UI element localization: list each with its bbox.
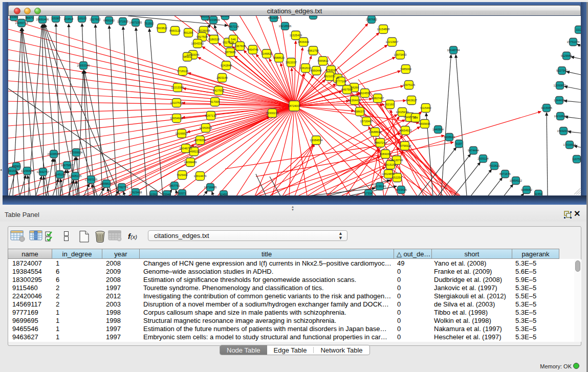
svg-text:15716485: 15716485 <box>204 186 217 189</box>
svg-text:1527602: 1527602 <box>90 18 101 21</box>
svg-text:904: 904 <box>413 116 418 119</box>
svg-text:9457791: 9457791 <box>169 184 180 187</box>
svg-text:417006: 417006 <box>210 100 220 103</box>
svg-text:20206536: 20206536 <box>48 152 60 156</box>
svg-text:16648784: 16648784 <box>447 49 460 52</box>
svg-text:12213389: 12213389 <box>171 86 184 89</box>
svg-text:12093872: 12093872 <box>554 84 567 87</box>
svg-text:16543382: 16543382 <box>191 42 204 45</box>
svg-text:116753: 116753 <box>572 158 581 161</box>
svg-text:9699695: 9699695 <box>419 122 430 125</box>
svg-text:16120746: 16120746 <box>390 159 403 162</box>
svg-text:105387: 105387 <box>51 17 61 20</box>
svg-text:14136141: 14136141 <box>374 185 386 188</box>
svg-text:1836409: 1836409 <box>298 40 309 43</box>
svg-text:7857224: 7857224 <box>228 25 239 28</box>
svg-text:1071915: 1071915 <box>117 20 128 23</box>
svg-text:5498222: 5498222 <box>188 150 200 153</box>
svg-text:10807487: 10807487 <box>372 97 384 100</box>
svg-text:2935114: 2935114 <box>477 157 488 160</box>
svg-text:10654112: 10654112 <box>510 179 522 182</box>
svg-text:16210643: 16210643 <box>554 115 567 118</box>
svg-text:20691406: 20691406 <box>36 18 49 21</box>
svg-text:16154808: 16154808 <box>377 28 390 31</box>
svg-text:2367608: 2367608 <box>234 45 246 48</box>
svg-text:12353594: 12353594 <box>200 126 212 129</box>
svg-text:5938923: 5938923 <box>444 136 455 139</box>
svg-text:19218506: 19218506 <box>279 25 292 28</box>
svg-text:6961758: 6961758 <box>308 49 319 52</box>
svg-text:92450: 92450 <box>220 193 228 195</box>
svg-text:1588520: 1588520 <box>273 56 285 59</box>
svg-text:1621072: 1621072 <box>324 75 335 78</box>
svg-text:2803144: 2803144 <box>216 76 228 79</box>
svg-text:14099489: 14099489 <box>184 161 197 164</box>
svg-text:33948: 33948 <box>163 193 171 195</box>
svg-text:6794028: 6794028 <box>325 69 337 72</box>
svg-text:6466160: 6466160 <box>103 19 115 22</box>
svg-text:12923468: 12923468 <box>129 191 142 194</box>
svg-text:9527508: 9527508 <box>223 41 234 44</box>
svg-text:19654923: 19654923 <box>399 129 412 132</box>
svg-text:62160: 62160 <box>386 103 394 106</box>
svg-text:9827508: 9827508 <box>197 35 208 38</box>
svg-text:751552: 751552 <box>144 22 154 25</box>
svg-text:12975115: 12975115 <box>403 83 415 86</box>
svg-text:7986372: 7986372 <box>354 110 365 113</box>
svg-text:252254: 252254 <box>393 176 402 179</box>
svg-text:7632621: 7632621 <box>489 164 500 167</box>
svg-text:9115460: 9115460 <box>420 106 431 110</box>
svg-text:30975867: 30975867 <box>61 164 74 167</box>
svg-text:98901: 98901 <box>183 55 191 58</box>
svg-text:8878352: 8878352 <box>194 139 206 142</box>
svg-text:9242848: 9242848 <box>221 64 232 67</box>
svg-text:7663822: 7663822 <box>156 27 167 30</box>
svg-text:10025433: 10025433 <box>396 111 409 114</box>
svg-text:15692971: 15692971 <box>557 129 570 133</box>
svg-text:21364436: 21364436 <box>349 99 361 102</box>
svg-text:10756928: 10756928 <box>399 144 411 147</box>
svg-text:12905135: 12905135 <box>69 174 82 178</box>
svg-text:3822037: 3822037 <box>286 61 297 64</box>
svg-text:7625402: 7625402 <box>177 173 188 177</box>
svg-text:24055714: 24055714 <box>15 21 28 25</box>
svg-text:435901: 435901 <box>12 165 21 168</box>
svg-text:19384554: 19384554 <box>310 139 323 142</box>
svg-text:9197: 9197 <box>456 142 462 145</box>
svg-text:20571: 20571 <box>178 192 186 195</box>
svg-text:88130: 88130 <box>221 16 229 17</box>
svg-text:8660123: 8660123 <box>169 29 181 32</box>
svg-text:2718120: 2718120 <box>177 70 188 73</box>
svg-text:3875685: 3875685 <box>225 51 236 54</box>
svg-text:118103: 118103 <box>77 17 86 20</box>
svg-text:18807249: 18807249 <box>374 141 387 144</box>
svg-text:10654925: 10654925 <box>170 117 183 120</box>
svg-text:10107554: 10107554 <box>170 101 183 104</box>
svg-text:16033809: 16033809 <box>207 18 220 21</box>
svg-text:546: 546 <box>231 38 235 41</box>
svg-text:86673: 86673 <box>26 16 34 19</box>
svg-text:17957225: 17957225 <box>85 178 98 181</box>
svg-text:39159: 39159 <box>8 169 16 172</box>
svg-text:17016504: 17016504 <box>563 143 576 146</box>
svg-text:10973493: 10973493 <box>394 53 407 56</box>
svg-text:1244419: 1244419 <box>554 99 565 102</box>
svg-text:8990448: 8990448 <box>311 69 322 72</box>
svg-text:92450: 92450 <box>534 192 542 195</box>
svg-text:15720407: 15720407 <box>360 120 373 123</box>
svg-text:15751074: 15751074 <box>567 40 580 43</box>
svg-text:1145194: 1145194 <box>54 173 65 176</box>
svg-text:1112: 1112 <box>576 28 581 31</box>
svg-text:12942757: 12942757 <box>37 170 50 173</box>
svg-text:10958107: 10958107 <box>100 182 113 185</box>
svg-text:19166827: 19166827 <box>176 132 188 135</box>
svg-text:9245652: 9245652 <box>521 188 532 191</box>
svg-text:3215955: 3215955 <box>541 106 552 110</box>
svg-text:8186328: 8186328 <box>208 38 220 41</box>
svg-text:17334: 17334 <box>364 192 373 195</box>
svg-text:8267130: 8267130 <box>205 114 216 117</box>
svg-text:20053346: 20053346 <box>77 64 90 67</box>
svg-text:23390: 23390 <box>10 16 18 18</box>
svg-text:9146821: 9146821 <box>261 52 272 55</box>
svg-text:6497568: 6497568 <box>341 88 353 91</box>
